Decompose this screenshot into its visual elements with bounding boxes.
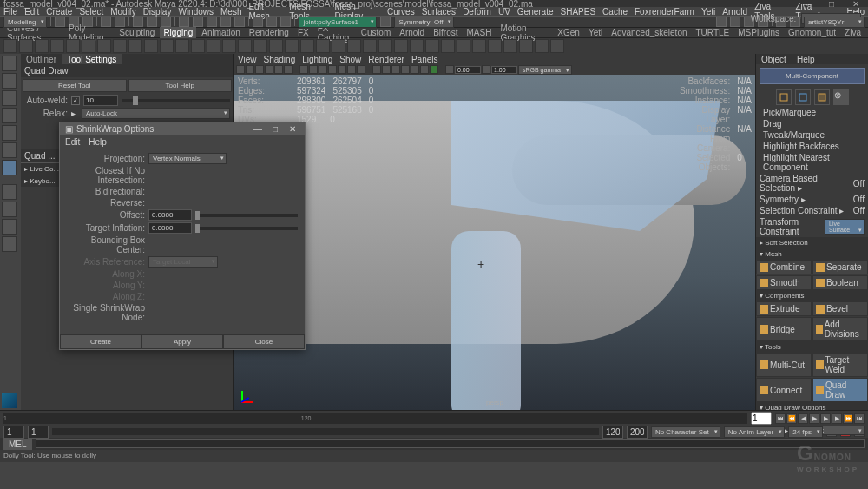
tool-multi-cut[interactable]: Multi-Cut bbox=[756, 353, 812, 377]
scale-tool[interactable] bbox=[2, 142, 17, 158]
shelf-icon-35[interactable] bbox=[550, 39, 564, 53]
shelf-icon-4[interactable] bbox=[66, 39, 80, 53]
shelf-icon-9[interactable] bbox=[144, 39, 158, 53]
anim-start-input[interactable] bbox=[3, 426, 24, 439]
playback-end-input[interactable] bbox=[602, 426, 623, 439]
menu-curves[interactable]: Curves bbox=[387, 7, 415, 17]
apply-button[interactable]: Apply bbox=[141, 334, 223, 349]
viewport-3d[interactable]: Verts:2093612627970Edges:5973245253050Fa… bbox=[234, 75, 755, 410]
dialog-close-button[interactable]: ✕ bbox=[286, 124, 299, 134]
shelf-tab-rendering[interactable]: Rendering bbox=[246, 27, 293, 38]
tool-smooth[interactable]: Smooth bbox=[756, 275, 812, 290]
time-slider[interactable]: 1 120 ⏮ ⏪ ◀ ▶ ▶ ▶ ⏩ ⏭ bbox=[0, 410, 868, 426]
shelf-icon-18[interactable] bbox=[285, 39, 299, 53]
vp-gamma-icon[interactable] bbox=[482, 65, 490, 74]
vp-colorspace-dropdown[interactable]: sRGB gamma bbox=[518, 65, 572, 75]
anim-layer-dropdown[interactable]: No Anim Layer bbox=[724, 426, 785, 438]
vp-safe-action-icon[interactable] bbox=[347, 65, 356, 74]
tool-separate[interactable]: Separate bbox=[812, 260, 868, 274]
shelf-icon-12[interactable] bbox=[191, 39, 205, 53]
menu-uv[interactable]: UV bbox=[498, 7, 510, 17]
vp-gamma-input[interactable] bbox=[491, 66, 517, 74]
tab-help[interactable]: Help bbox=[792, 54, 820, 64]
multi-component-button[interactable]: Multi-Component bbox=[760, 68, 865, 84]
move-tool[interactable] bbox=[2, 108, 17, 123]
edge-mode-icon[interactable] bbox=[795, 89, 811, 105]
vp-bookmark-icon[interactable] bbox=[255, 65, 264, 74]
shelf-icon-34[interactable] bbox=[535, 39, 549, 53]
shelf-tab-msplugins[interactable]: MSPlugins bbox=[734, 27, 783, 38]
tool-target-weld[interactable]: Target Weld bbox=[812, 353, 868, 377]
last-tool[interactable] bbox=[2, 160, 17, 175]
create-button[interactable]: Create bbox=[60, 334, 141, 349]
vp-menu-renderer[interactable]: Renderer bbox=[368, 55, 404, 64]
vp-lights-icon[interactable] bbox=[401, 65, 410, 74]
selection-field[interactable]: joint:polySurface1 bbox=[299, 17, 377, 28]
shelf-icon-3[interactable] bbox=[50, 39, 64, 53]
shelf-icon-17[interactable] bbox=[269, 39, 283, 53]
vp-textured-icon[interactable] bbox=[391, 65, 400, 74]
shelf-icon-7[interactable] bbox=[113, 39, 127, 53]
menu-cache[interactable]: Cache bbox=[602, 7, 628, 17]
play-forward-icon[interactable]: ▶ bbox=[820, 413, 831, 424]
vp-exposure-input[interactable] bbox=[455, 66, 481, 74]
menu-modify[interactable]: Modify bbox=[110, 7, 135, 17]
shelf-icon-6[interactable] bbox=[97, 39, 111, 53]
vp-2d-pan-icon[interactable] bbox=[274, 65, 283, 74]
shelf-icon-29[interactable] bbox=[457, 39, 470, 53]
step-back-key-icon[interactable]: ⏪ bbox=[786, 413, 797, 424]
paint-tool-icon[interactable] bbox=[161, 17, 171, 27]
shelf-tab-ziva[interactable]: Ziva bbox=[841, 27, 865, 38]
tab-object[interactable]: Object bbox=[756, 54, 792, 64]
relax-dropdown[interactable]: Auto-Lock bbox=[82, 108, 230, 119]
vp-film-gate-icon[interactable] bbox=[309, 65, 318, 74]
snap-live-icon[interactable] bbox=[234, 17, 245, 27]
components-section[interactable]: ▾ Components bbox=[756, 290, 868, 301]
anim-end-input[interactable] bbox=[627, 426, 648, 439]
reset-tool-button[interactable]: Reset Tool bbox=[23, 79, 127, 92]
command-input[interactable] bbox=[36, 439, 865, 448]
projection-dropdown[interactable]: Vertex Normals bbox=[148, 153, 227, 164]
tool-connect[interactable]: Connect bbox=[756, 378, 812, 402]
goto-start-icon[interactable]: ⏮ bbox=[775, 413, 786, 424]
vp-xray-icon[interactable] bbox=[430, 65, 438, 74]
autoweld-checkbox[interactable] bbox=[71, 96, 80, 105]
tab-tool-settings[interactable]: Tool Settings bbox=[62, 54, 122, 64]
dialog-help-menu[interactable]: Help bbox=[89, 137, 107, 147]
tool-bridge[interactable]: Bridge bbox=[756, 317, 812, 341]
symmetry-dropdown[interactable]: Symmetry: Off bbox=[394, 17, 454, 28]
play-back-icon[interactable]: ▶ bbox=[809, 413, 819, 424]
toggle-icon[interactable] bbox=[380, 17, 391, 27]
shelf-tab-arnold[interactable]: Arnold bbox=[396, 27, 428, 38]
vp-menu-show[interactable]: Show bbox=[339, 55, 361, 64]
shelf-icon-19[interactable] bbox=[300, 39, 314, 53]
tool-bevel[interactable]: Bevel bbox=[812, 301, 868, 316]
character-set-dropdown[interactable]: No Character Set bbox=[651, 426, 720, 438]
vp-menu-shading[interactable]: Shading bbox=[264, 55, 296, 64]
vp-wireframe-icon[interactable] bbox=[372, 65, 381, 74]
shelf-icon-25[interactable] bbox=[394, 39, 408, 53]
snap-curve-icon[interactable] bbox=[193, 17, 203, 27]
shelf-tab-gnomon_tut[interactable]: Gnomon_tut bbox=[785, 27, 839, 38]
shelf-icon-13[interactable] bbox=[207, 39, 220, 53]
redo-icon[interactable] bbox=[115, 17, 125, 27]
mel-label[interactable]: MEL bbox=[3, 439, 32, 450]
lasso-tool[interactable] bbox=[2, 73, 17, 89]
menu-yeti[interactable]: Yeti bbox=[701, 7, 715, 17]
tool-extrude[interactable]: Extrude bbox=[756, 301, 812, 316]
shelf-icon-11[interactable] bbox=[175, 39, 189, 53]
symmetry-toggle[interactable]: Off bbox=[853, 195, 865, 204]
four-pane-layout[interactable] bbox=[2, 202, 17, 217]
vp-field-chart-icon[interactable] bbox=[338, 65, 346, 74]
shelf-icon-28[interactable] bbox=[441, 39, 455, 53]
snap-plane-icon[interactable] bbox=[220, 17, 231, 27]
vp-expose-icon[interactable] bbox=[445, 65, 454, 74]
shelf-tab-xgen[interactable]: XGen bbox=[554, 27, 583, 38]
current-frame-input[interactable] bbox=[751, 412, 772, 425]
menu-shapes[interactable]: SHAPES bbox=[561, 7, 596, 17]
inflation-input[interactable] bbox=[148, 222, 192, 234]
construction-history-icon[interactable] bbox=[716, 17, 727, 27]
shelf-tab-sculpting[interactable]: Sculpting bbox=[115, 27, 158, 38]
snap-grid-icon[interactable] bbox=[179, 17, 189, 27]
tool-quad-draw[interactable]: Quad Draw bbox=[812, 378, 868, 402]
